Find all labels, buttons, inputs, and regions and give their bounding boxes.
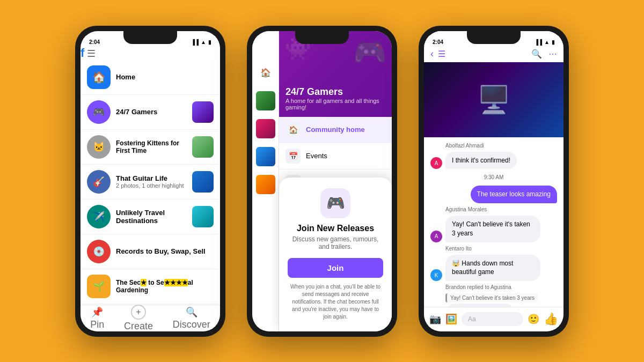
- message-row-1: A I think it's confirmed!: [430, 152, 557, 169]
- phone-2-screen: 🏠 🎮 👾 24/7 Gamers A home for all gamers …: [252, 31, 392, 331]
- travel-thumb: [192, 206, 214, 227]
- time-3: 2:04: [433, 39, 443, 45]
- sender-name-agustina: Agustina Morales: [445, 206, 557, 212]
- gamers-avatar: 🎮: [87, 100, 111, 124]
- thumb-4[interactable]: [256, 175, 275, 194]
- chat-input[interactable]: Aa: [462, 312, 523, 326]
- feed-item-title-gamers: 24/7 Gamers: [116, 108, 187, 116]
- join-dialog: 🎮 Join New Releases Discuss new games, r…: [279, 178, 392, 331]
- reply-quote: Yay! Can't believe it's taken 3 years: [445, 293, 538, 302]
- chat-media-overlay: 🖥️: [424, 62, 564, 137]
- nav-home-icon[interactable]: 🏠: [256, 63, 275, 83]
- join-title: Join New Releases: [288, 224, 383, 233]
- join-disclaimer: When you join a chat, you'll be able to …: [288, 283, 383, 321]
- feed-item-guitar[interactable]: 🎸 That Guitar Life 2 photos, 1 other hig…: [80, 165, 220, 200]
- avatar-agustina: A: [430, 231, 442, 242]
- feed-item-info-gamers: 24/7 Gamers: [116, 108, 187, 116]
- kittens-avatar: 🐱: [87, 135, 111, 159]
- feed-item-info-kittens: Fostering Kittens for First Time: [116, 139, 187, 154]
- image-icon[interactable]: 🖼️: [445, 313, 457, 325]
- thumb-2[interactable]: [256, 119, 275, 138]
- feed-item-records[interactable]: 💿 Records to Buy, Swap, Sell: [80, 234, 220, 269]
- notch-3: [467, 31, 521, 44]
- feed-item-home[interactable]: 🏠 Home: [80, 60, 220, 95]
- chat-header-right: 🔍 ⋯: [531, 49, 557, 59]
- hamburger-menu[interactable]: ☰: [87, 48, 96, 59]
- phone-2: 🏠 🎮 👾 24/7 Gamers A home for all gamers …: [247, 26, 397, 337]
- nav-create[interactable]: + Create: [124, 305, 153, 331]
- community-home-label: Community home: [306, 125, 365, 134]
- gardening-avatar: 🌱: [87, 275, 111, 298]
- join-icon: 🎮: [320, 188, 350, 218]
- feed-item-title-travel: Unlikely Travel Destinations: [116, 209, 187, 225]
- menu-icon-chat[interactable]: ☰: [438, 49, 445, 59]
- back-icon[interactable]: ‹: [430, 48, 434, 60]
- feed-item-travel[interactable]: ✈️ Unlikely Travel Destinations: [80, 200, 220, 234]
- app-title: f: [80, 46, 84, 60]
- signal-icon-3: ▐▐: [535, 39, 542, 45]
- chat-input-bar: 📷 🖼️ Aa 🙂 👍: [424, 307, 564, 331]
- events-label: Events: [306, 152, 327, 160]
- feed-item-gardening[interactable]: 🌱 The Sec★ to Se★★★★alGardening: [80, 269, 220, 304]
- feed-item-title-guitar: That Guitar Life: [116, 174, 187, 182]
- group-name: 24/7 Gamers: [286, 86, 385, 98]
- wifi-icon-3: ▲: [544, 39, 550, 45]
- guitar-avatar: 🎸: [87, 170, 111, 194]
- feed-item-sub-guitar: 2 photos, 1 other highlight: [116, 182, 187, 189]
- notch-1: [123, 31, 177, 44]
- group-header-overlay: 🎮 👾 24/7 Gamers A home for all gamers an…: [279, 31, 392, 117]
- avatar-kentaro: K: [430, 269, 442, 281]
- sender-name-kentaro: Kentaro Ito: [445, 246, 557, 252]
- feed-item-gamers[interactable]: 🎮 24/7 Gamers: [80, 95, 220, 130]
- group-desc: A home for all gamers and all things gam…: [286, 98, 385, 110]
- more-icon[interactable]: ⋯: [548, 49, 557, 59]
- bubble-4: 🤯 Hands down most beautiful game: [445, 255, 540, 282]
- menu-item-events[interactable]: 📅 Events: [279, 143, 392, 169]
- feed-item-title-records: Records to Buy, Swap, Sell: [116, 247, 214, 255]
- sender-name-brandon: Brandon replied to Agustina: [445, 284, 557, 290]
- bubble-3: Yay! Can't believe it's taken 3 years: [445, 216, 540, 242]
- pin-icon: 📌: [91, 306, 103, 318]
- create-label: Create: [124, 321, 153, 331]
- chat-messages[interactable]: Abolfazl Ahmadi A I think it's confirmed…: [424, 137, 564, 314]
- chat-header: ‹ ☰ 🔍 ⋯: [424, 46, 564, 62]
- menu-item-community-home[interactable]: 🏠 Community home: [279, 117, 392, 143]
- phone-1: 2:04 ▐▐ ▲ ▮ f ☰ 🏠 Home 🎮 24/: [75, 26, 225, 337]
- battery-icon-3: ▮: [552, 39, 555, 45]
- feed-list: 🏠 Home 🎮 24/7 Gamers 🐱 Fostering Kittens…: [80, 60, 220, 309]
- like-icon[interactable]: 👍: [544, 312, 558, 326]
- feed-item-title-kittens: Fostering Kittens for First Time: [116, 139, 187, 154]
- camera-icon[interactable]: 📷: [429, 313, 441, 325]
- nav-discover[interactable]: 🔍 Discover: [173, 306, 210, 330]
- header-bg-icon: 🎮: [353, 36, 386, 68]
- emoji-icon[interactable]: 🙂: [528, 313, 539, 325]
- phone-3-screen: 2:04 ▐▐ ▲ ▮ ‹ ☰ 🔍 ⋯ 🖥️: [424, 31, 564, 331]
- chat-media-image: 🖥️: [424, 62, 564, 137]
- avatar-abolfazl: A: [430, 157, 442, 169]
- message-row-3: A Yay! Can't believe it's taken 3 years: [430, 216, 557, 242]
- battery-icon: ▮: [208, 39, 211, 45]
- phone-3: 2:04 ▐▐ ▲ ▮ ‹ ☰ 🔍 ⋯ 🖥️: [419, 26, 569, 337]
- chat-header-left: ‹ ☰: [430, 48, 445, 60]
- discover-icon: 🔍: [186, 306, 197, 318]
- travel-avatar: ✈️: [87, 205, 111, 228]
- thumb-3[interactable]: [256, 147, 275, 166]
- time-1: 2:04: [89, 39, 100, 45]
- thumb-1[interactable]: [256, 91, 275, 110]
- status-icons-3: ▐▐ ▲ ▮: [535, 39, 555, 45]
- phone2-main: 🎮 👾 24/7 Gamers A home for all gamers an…: [279, 31, 392, 331]
- phone2-left-nav: 🏠: [252, 31, 279, 331]
- sender-name-abolfazl: Abolfazl Ahmadi: [445, 143, 557, 149]
- discover-label: Discover: [173, 319, 210, 330]
- join-button[interactable]: Join: [288, 258, 383, 278]
- nav-pin[interactable]: 📌 Pin: [90, 306, 104, 330]
- feed-item-kittens[interactable]: 🐱 Fostering Kittens for First Time: [80, 130, 220, 165]
- chat-media-bg: 🖥️: [424, 62, 564, 137]
- group-header: 🎮 👾 24/7 Gamers A home for all gamers an…: [279, 31, 392, 117]
- search-icon[interactable]: 🔍: [531, 49, 542, 59]
- kittens-thumb: [192, 136, 214, 158]
- monitor-icon: 🖥️: [477, 84, 510, 115]
- signal-icon: ▐▐: [191, 39, 199, 45]
- message-row-sent-1: The teaser looks amazing: [430, 186, 557, 203]
- wifi-icon: ▲: [201, 39, 206, 45]
